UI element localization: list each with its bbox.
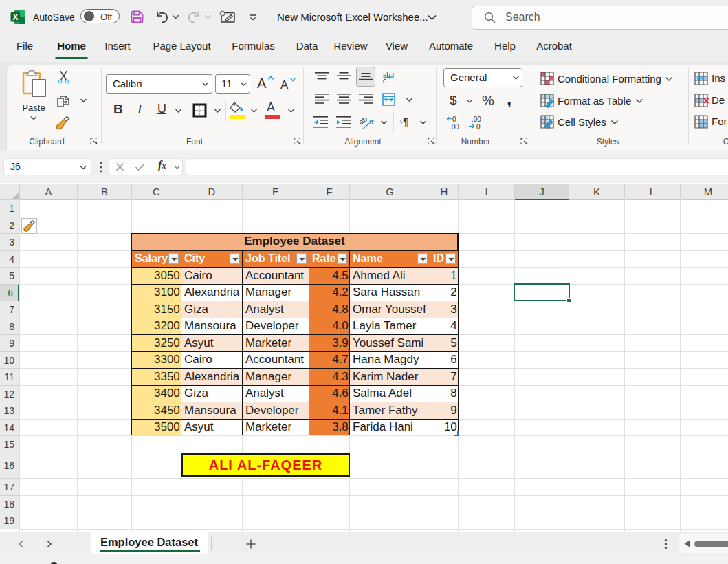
svg-text:X: X <box>12 12 19 22</box>
